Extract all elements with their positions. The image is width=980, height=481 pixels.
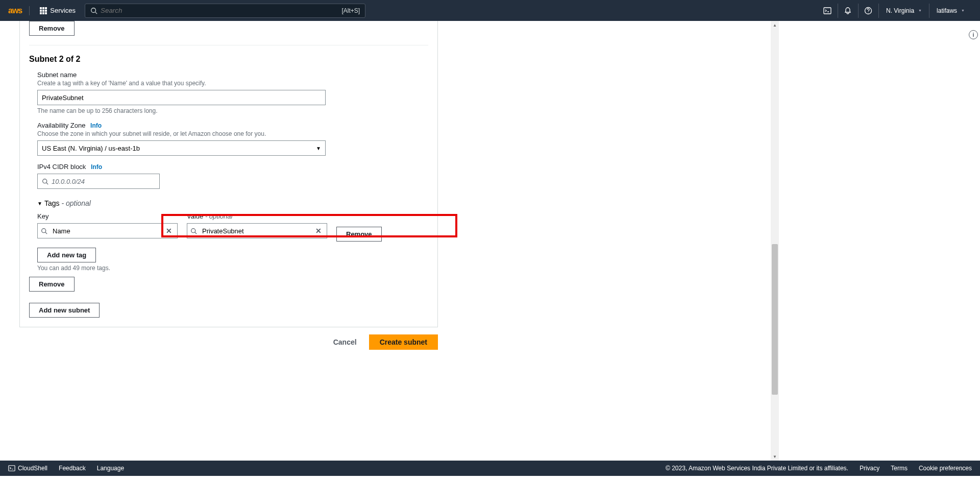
bottom-bar: CloudShell Feedback Language © 2023, Ama…: [0, 461, 980, 476]
region-selector[interactable]: N. Virginia: [879, 4, 929, 18]
remove-subnet-button-2[interactable]: Remove: [29, 277, 75, 292]
search-input[interactable]: [101, 7, 341, 14]
privacy-link[interactable]: Privacy: [860, 465, 879, 472]
language-link[interactable]: Language: [97, 465, 124, 472]
services-grid-icon: [40, 7, 47, 14]
svg-line-9: [195, 232, 197, 233]
svg-point-4: [43, 179, 47, 183]
tag-key-input[interactable]: [51, 227, 164, 235]
cidr-label: IPv4 CIDR block Info: [37, 163, 428, 171]
bottom-left: CloudShell Feedback Language: [8, 465, 124, 472]
triangle-down-icon: ▼: [37, 201, 42, 206]
user-menu[interactable]: latifaws: [929, 4, 972, 18]
add-tag-button[interactable]: Add new tag: [37, 248, 96, 262]
services-label: Services: [50, 7, 76, 14]
clear-value-icon[interactable]: ✕: [313, 227, 324, 235]
tag-key-input-wrap[interactable]: ✕: [37, 223, 178, 238]
svg-point-8: [191, 228, 195, 232]
create-subnet-button[interactable]: Create subnet: [369, 334, 438, 350]
top-nav: aws Services [Alt+S] N. Virginia latifaw…: [0, 0, 980, 21]
aws-logo[interactable]: aws: [8, 6, 30, 15]
svg-line-1: [95, 12, 97, 14]
vertical-scrollbar[interactable]: ▲ ▼: [771, 21, 779, 461]
tag-value-input[interactable]: [200, 227, 313, 235]
svg-line-7: [45, 232, 47, 233]
remove-tag-button[interactable]: Remove: [336, 227, 382, 242]
svg-point-0: [91, 8, 96, 12]
scroll-down-arrow[interactable]: ▼: [771, 452, 779, 461]
tag-key-label: Key: [37, 212, 178, 220]
search-icon: [41, 228, 47, 234]
clear-key-icon[interactable]: ✕: [164, 227, 174, 235]
svg-rect-10: [9, 466, 15, 471]
svg-rect-2: [824, 8, 831, 14]
svg-line-5: [46, 182, 48, 184]
cidr-input[interactable]: [52, 178, 155, 185]
tag-value-label: Value - optional: [187, 212, 327, 220]
cloudshell-icon[interactable]: [818, 4, 838, 18]
search-icon: [90, 7, 97, 14]
terms-link[interactable]: Terms: [891, 465, 908, 472]
svg-point-6: [42, 228, 46, 232]
add-new-subnet-button[interactable]: Add new subnet: [29, 303, 100, 318]
tags-toggle[interactable]: ▼ Tags - optional: [37, 199, 428, 207]
copyright-text: © 2023, Amazon Web Services India Privat…: [666, 465, 848, 472]
cidr-input-wrap[interactable]: [37, 174, 160, 189]
feedback-link[interactable]: Feedback: [59, 465, 86, 472]
global-search[interactable]: [Alt+S]: [85, 4, 365, 18]
cookie-link[interactable]: Cookie preferences: [919, 465, 972, 472]
scroll-up-arrow[interactable]: ▲: [771, 21, 779, 29]
cancel-button[interactable]: Cancel: [326, 334, 364, 350]
az-info-link[interactable]: Info: [90, 122, 102, 129]
search-shortcut-hint: [Alt+S]: [341, 7, 360, 14]
az-value-label: US East (N. Virginia) / us-east-1b: [42, 145, 140, 152]
cloudshell-icon: [8, 465, 15, 472]
cidr-field: IPv4 CIDR block Info: [37, 156, 428, 189]
services-button[interactable]: Services: [37, 5, 79, 16]
az-label: Availability Zone Info: [37, 122, 428, 129]
subnet-name-input[interactable]: [37, 90, 326, 105]
action-row: Cancel Create subnet: [19, 327, 438, 350]
subnet-name-label: Subnet name: [37, 71, 428, 79]
remove-subnet-button-1[interactable]: Remove: [29, 21, 75, 36]
tags-row: Key ✕ Value - optional: [37, 212, 428, 242]
search-icon: [190, 228, 197, 234]
subnet-heading: Subnet 2 of 2: [29, 45, 428, 71]
search-icon: [42, 178, 48, 185]
tag-value-input-wrap[interactable]: ✕: [187, 223, 327, 238]
tag-key-col: Key ✕: [37, 212, 178, 238]
subnet-name-desc: Create a tag with a key of 'Name' and a …: [37, 80, 428, 87]
bottom-right: © 2023, Amazon Web Services India Privat…: [666, 465, 972, 472]
tag-value-col: Value - optional ✕: [187, 212, 327, 238]
add-tag-help: You can add 49 more tags.: [37, 264, 428, 272]
az-desc: Choose the zone in which your subnet wil…: [37, 130, 428, 137]
cidr-info-link[interactable]: Info: [91, 163, 102, 171]
az-select[interactable]: US East (N. Virginia) / us-east-1b ▼: [37, 140, 326, 156]
notifications-icon[interactable]: [838, 4, 859, 18]
scrollbar-thumb[interactable]: [772, 244, 778, 395]
page-body: Remove Subnet 2 of 2 Subnet name Create …: [0, 21, 980, 461]
subnet-name-field: Subnet name Create a tag with a key of '…: [37, 71, 428, 114]
cloudshell-link[interactable]: CloudShell: [8, 465, 47, 472]
subnet-settings-panel: Remove Subnet 2 of 2 Subnet name Create …: [19, 21, 438, 327]
help-icon[interactable]: [859, 4, 879, 18]
info-panel-toggle-icon[interactable]: i: [969, 30, 978, 39]
chevron-down-icon: ▼: [316, 146, 321, 151]
nav-right: N. Virginia latifaws: [818, 4, 972, 18]
availability-zone-field: Availability Zone Info Choose the zone i…: [37, 114, 428, 156]
subnet-name-help: The name can be up to 256 characters lon…: [37, 107, 428, 114]
